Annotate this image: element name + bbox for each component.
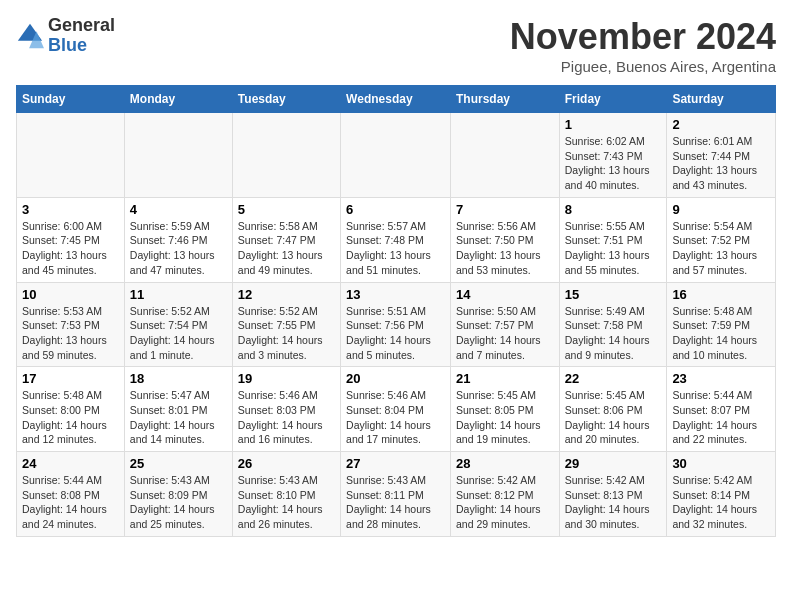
day-info: Sunrise: 6:00 AM Sunset: 7:45 PM Dayligh…: [22, 219, 119, 278]
day-info: Sunrise: 5:53 AM Sunset: 7:53 PM Dayligh…: [22, 304, 119, 363]
calendar-cell: 28Sunrise: 5:42 AM Sunset: 8:12 PM Dayli…: [450, 452, 559, 537]
day-info: Sunrise: 5:51 AM Sunset: 7:56 PM Dayligh…: [346, 304, 445, 363]
day-info: Sunrise: 5:43 AM Sunset: 8:11 PM Dayligh…: [346, 473, 445, 532]
calendar-cell: 22Sunrise: 5:45 AM Sunset: 8:06 PM Dayli…: [559, 367, 667, 452]
day-info: Sunrise: 5:57 AM Sunset: 7:48 PM Dayligh…: [346, 219, 445, 278]
day-number: 4: [130, 202, 227, 217]
day-info: Sunrise: 5:58 AM Sunset: 7:47 PM Dayligh…: [238, 219, 335, 278]
month-title: November 2024: [510, 16, 776, 58]
day-info: Sunrise: 6:02 AM Sunset: 7:43 PM Dayligh…: [565, 134, 662, 193]
day-info: Sunrise: 6:01 AM Sunset: 7:44 PM Dayligh…: [672, 134, 770, 193]
day-number: 19: [238, 371, 335, 386]
day-number: 1: [565, 117, 662, 132]
day-number: 13: [346, 287, 445, 302]
calendar-cell: 16Sunrise: 5:48 AM Sunset: 7:59 PM Dayli…: [667, 282, 776, 367]
day-number: 10: [22, 287, 119, 302]
calendar-cell: [232, 113, 340, 198]
day-info: Sunrise: 5:52 AM Sunset: 7:54 PM Dayligh…: [130, 304, 227, 363]
calendar-cell: 26Sunrise: 5:43 AM Sunset: 8:10 PM Dayli…: [232, 452, 340, 537]
calendar-cell: 11Sunrise: 5:52 AM Sunset: 7:54 PM Dayli…: [124, 282, 232, 367]
day-number: 25: [130, 456, 227, 471]
column-header-friday: Friday: [559, 86, 667, 113]
day-info: Sunrise: 5:56 AM Sunset: 7:50 PM Dayligh…: [456, 219, 554, 278]
calendar-cell: 17Sunrise: 5:48 AM Sunset: 8:00 PM Dayli…: [17, 367, 125, 452]
header: General Blue November 2024 Piguee, Bueno…: [16, 16, 776, 75]
day-number: 11: [130, 287, 227, 302]
day-number: 15: [565, 287, 662, 302]
day-info: Sunrise: 5:42 AM Sunset: 8:13 PM Dayligh…: [565, 473, 662, 532]
column-header-monday: Monday: [124, 86, 232, 113]
day-number: 14: [456, 287, 554, 302]
title-area: November 2024 Piguee, Buenos Aires, Arge…: [510, 16, 776, 75]
day-info: Sunrise: 5:46 AM Sunset: 8:04 PM Dayligh…: [346, 388, 445, 447]
calendar-cell: 13Sunrise: 5:51 AM Sunset: 7:56 PM Dayli…: [341, 282, 451, 367]
day-info: Sunrise: 5:42 AM Sunset: 8:14 PM Dayligh…: [672, 473, 770, 532]
calendar-body: 1Sunrise: 6:02 AM Sunset: 7:43 PM Daylig…: [17, 113, 776, 537]
day-info: Sunrise: 5:43 AM Sunset: 8:09 PM Dayligh…: [130, 473, 227, 532]
calendar-cell: 4Sunrise: 5:59 AM Sunset: 7:46 PM Daylig…: [124, 197, 232, 282]
calendar-cell: [17, 113, 125, 198]
calendar-cell: 21Sunrise: 5:45 AM Sunset: 8:05 PM Dayli…: [450, 367, 559, 452]
day-number: 5: [238, 202, 335, 217]
day-number: 20: [346, 371, 445, 386]
logo-icon: [16, 22, 44, 50]
day-number: 18: [130, 371, 227, 386]
calendar-cell: 7Sunrise: 5:56 AM Sunset: 7:50 PM Daylig…: [450, 197, 559, 282]
day-number: 23: [672, 371, 770, 386]
day-number: 21: [456, 371, 554, 386]
day-info: Sunrise: 5:47 AM Sunset: 8:01 PM Dayligh…: [130, 388, 227, 447]
day-number: 27: [346, 456, 445, 471]
day-info: Sunrise: 5:55 AM Sunset: 7:51 PM Dayligh…: [565, 219, 662, 278]
day-number: 3: [22, 202, 119, 217]
calendar-cell: 2Sunrise: 6:01 AM Sunset: 7:44 PM Daylig…: [667, 113, 776, 198]
week-row-5: 24Sunrise: 5:44 AM Sunset: 8:08 PM Dayli…: [17, 452, 776, 537]
location: Piguee, Buenos Aires, Argentina: [510, 58, 776, 75]
day-number: 24: [22, 456, 119, 471]
day-info: Sunrise: 5:42 AM Sunset: 8:12 PM Dayligh…: [456, 473, 554, 532]
calendar-table: SundayMondayTuesdayWednesdayThursdayFrid…: [16, 85, 776, 537]
calendar-cell: 10Sunrise: 5:53 AM Sunset: 7:53 PM Dayli…: [17, 282, 125, 367]
calendar-cell: 30Sunrise: 5:42 AM Sunset: 8:14 PM Dayli…: [667, 452, 776, 537]
calendar-cell: 25Sunrise: 5:43 AM Sunset: 8:09 PM Dayli…: [124, 452, 232, 537]
calendar-cell: 9Sunrise: 5:54 AM Sunset: 7:52 PM Daylig…: [667, 197, 776, 282]
column-header-sunday: Sunday: [17, 86, 125, 113]
day-number: 9: [672, 202, 770, 217]
day-info: Sunrise: 5:44 AM Sunset: 8:07 PM Dayligh…: [672, 388, 770, 447]
calendar-cell: 27Sunrise: 5:43 AM Sunset: 8:11 PM Dayli…: [341, 452, 451, 537]
calendar-header: SundayMondayTuesdayWednesdayThursdayFrid…: [17, 86, 776, 113]
calendar-cell: 6Sunrise: 5:57 AM Sunset: 7:48 PM Daylig…: [341, 197, 451, 282]
calendar-cell: 29Sunrise: 5:42 AM Sunset: 8:13 PM Dayli…: [559, 452, 667, 537]
week-row-1: 1Sunrise: 6:02 AM Sunset: 7:43 PM Daylig…: [17, 113, 776, 198]
day-info: Sunrise: 5:44 AM Sunset: 8:08 PM Dayligh…: [22, 473, 119, 532]
calendar-cell: 18Sunrise: 5:47 AM Sunset: 8:01 PM Dayli…: [124, 367, 232, 452]
calendar-cell: 12Sunrise: 5:52 AM Sunset: 7:55 PM Dayli…: [232, 282, 340, 367]
day-info: Sunrise: 5:46 AM Sunset: 8:03 PM Dayligh…: [238, 388, 335, 447]
calendar-cell: [124, 113, 232, 198]
calendar-cell: 3Sunrise: 6:00 AM Sunset: 7:45 PM Daylig…: [17, 197, 125, 282]
calendar-cell: 1Sunrise: 6:02 AM Sunset: 7:43 PM Daylig…: [559, 113, 667, 198]
calendar-cell: 8Sunrise: 5:55 AM Sunset: 7:51 PM Daylig…: [559, 197, 667, 282]
day-number: 2: [672, 117, 770, 132]
day-info: Sunrise: 5:45 AM Sunset: 8:05 PM Dayligh…: [456, 388, 554, 447]
logo-general-text: General: [48, 15, 115, 35]
day-number: 29: [565, 456, 662, 471]
day-number: 30: [672, 456, 770, 471]
day-number: 16: [672, 287, 770, 302]
column-header-wednesday: Wednesday: [341, 86, 451, 113]
calendar-cell: [450, 113, 559, 198]
logo-blue-text: Blue: [48, 35, 87, 55]
week-row-4: 17Sunrise: 5:48 AM Sunset: 8:00 PM Dayli…: [17, 367, 776, 452]
day-number: 28: [456, 456, 554, 471]
calendar-cell: 20Sunrise: 5:46 AM Sunset: 8:04 PM Dayli…: [341, 367, 451, 452]
calendar-cell: [341, 113, 451, 198]
column-header-tuesday: Tuesday: [232, 86, 340, 113]
week-row-2: 3Sunrise: 6:00 AM Sunset: 7:45 PM Daylig…: [17, 197, 776, 282]
day-info: Sunrise: 5:52 AM Sunset: 7:55 PM Dayligh…: [238, 304, 335, 363]
day-info: Sunrise: 5:50 AM Sunset: 7:57 PM Dayligh…: [456, 304, 554, 363]
column-header-saturday: Saturday: [667, 86, 776, 113]
calendar-cell: 23Sunrise: 5:44 AM Sunset: 8:07 PM Dayli…: [667, 367, 776, 452]
header-row: SundayMondayTuesdayWednesdayThursdayFrid…: [17, 86, 776, 113]
calendar-cell: 15Sunrise: 5:49 AM Sunset: 7:58 PM Dayli…: [559, 282, 667, 367]
week-row-3: 10Sunrise: 5:53 AM Sunset: 7:53 PM Dayli…: [17, 282, 776, 367]
day-number: 7: [456, 202, 554, 217]
